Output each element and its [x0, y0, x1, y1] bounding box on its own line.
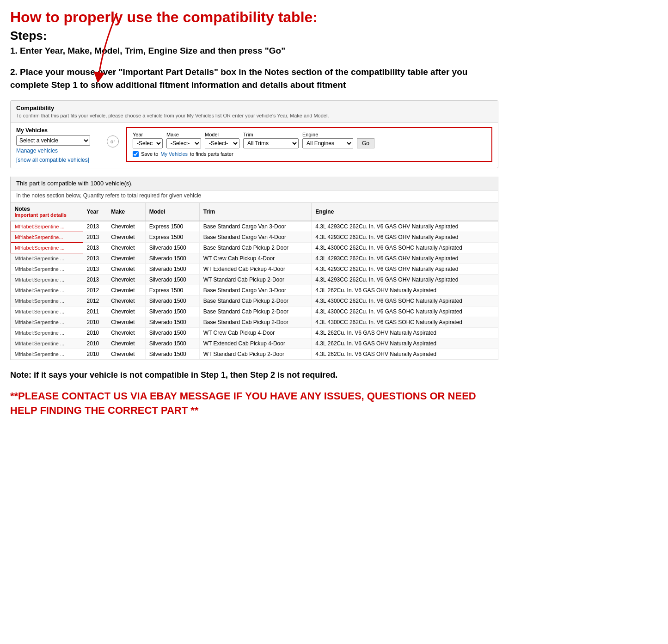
notes-cell: Mfrlabel:Serpentine ...: [11, 253, 83, 264]
steps-heading: Steps:: [10, 29, 498, 43]
model-cell: Silverado 1500: [145, 306, 199, 317]
engine-cell: 4.3L 4300CC 262Cu. In. V6 GAS SOHC Natur…: [312, 295, 498, 306]
engine-cell: 4.3L 262Cu. In. V6 GAS OHV Naturally Asp…: [312, 327, 498, 338]
go-button[interactable]: Go: [357, 138, 374, 148]
step2-text: 2. Place your mouse over "Important Part…: [10, 66, 498, 92]
notes-cell: Mfrlabel:Serpentine ...: [11, 242, 83, 253]
notes-cell: Mfrlabel:Serpentine ...: [11, 295, 83, 306]
notes-cell: Mfrlabel:Serpentine ...: [11, 221, 83, 232]
model-label: Model: [205, 132, 239, 137]
col-model: Model: [145, 203, 199, 221]
year-cell: 2012: [83, 285, 107, 295]
engine-cell: 4.3L 4300CC 262Cu. In. V6 GAS SOHC Natur…: [312, 242, 498, 253]
my-vehicles-panel: My Vehicles Select a vehicle Manage vehi…: [16, 127, 99, 163]
col-make: Make: [107, 203, 145, 221]
make-cell: Chevrolet: [107, 349, 145, 359]
notes-cell: Mfrlabel:Serpentine ...: [11, 317, 83, 327]
trim-cell: WT Standard Cab Pickup 2-Door: [199, 274, 312, 285]
engine-cell: 4.3L 262Cu. In. V6 GAS OHV Naturally Asp…: [312, 285, 498, 295]
engine-cell: 4.3L 4293CC 262Cu. In. V6 GAS OHV Natura…: [312, 253, 498, 264]
save-row: Save to My Vehicles to finds parts faste…: [133, 151, 486, 157]
engine-cell: 4.3L 4293CC 262Cu. In. V6 GAS OHV Natura…: [312, 221, 498, 232]
engine-cell: 4.3L 4293CC 262Cu. In. V6 GAS OHV Natura…: [312, 274, 498, 285]
year-cell: 2010: [83, 338, 107, 349]
col-engine: Engine: [312, 203, 498, 221]
engine-cell: 4.3L 4293CC 262Cu. In. V6 GAS OHV Natura…: [312, 232, 498, 242]
table-row: Mfrlabel:Serpentine ...2013ChevroletExpr…: [11, 221, 498, 232]
table-row: Mfrlabel:Serpentine...2013ChevroletExpre…: [11, 232, 498, 242]
main-title: How to properly use the compatibility ta…: [10, 8, 498, 26]
table-row: Mfrlabel:Serpentine ...2013ChevroletSilv…: [11, 274, 498, 285]
compat-subtitle: To confirm that this part fits your vehi…: [16, 113, 492, 118]
engine-cell: 4.3L 4293CC 262Cu. In. V6 GAS OHV Natura…: [312, 264, 498, 274]
year-cell: 2010: [83, 327, 107, 338]
trim-cell: Base Standard Cab Pickup 2-Door: [199, 295, 312, 306]
make-cell: Chevrolet: [107, 285, 145, 295]
engine-cell: 4.3L 262Cu. In. V6 GAS OHV Naturally Asp…: [312, 338, 498, 349]
trim-cell: WT Crew Cab Pickup 4-Door: [199, 253, 312, 264]
make-select[interactable]: -Select-: [166, 138, 201, 148]
table-row: Mfrlabel:Serpentine ...2010ChevroletSilv…: [11, 327, 498, 338]
col-notes-sub: Important part details: [15, 212, 79, 218]
trim-cell: Base Standard Cab Pickup 2-Door: [199, 242, 312, 253]
select-vehicle-dropdown[interactable]: Select a vehicle: [16, 135, 90, 146]
make-cell: Chevrolet: [107, 232, 145, 242]
engine-label: Engine: [302, 132, 353, 137]
model-cell: Silverado 1500: [145, 327, 199, 338]
notes-cell: Mfrlabel:Serpentine ...: [11, 306, 83, 317]
make-cell: Chevrolet: [107, 306, 145, 317]
model-cell: Silverado 1500: [145, 295, 199, 306]
compatibility-section: Compatibility To confirm that this part …: [10, 100, 498, 168]
show-all-link[interactable]: [show all compatible vehicles]: [16, 157, 99, 163]
trim-cell: WT Extended Cab Pickup 4-Door: [199, 338, 312, 349]
col-notes: Notes Important part details: [11, 203, 83, 221]
trim-cell: WT Standard Cab Pickup 2-Door: [199, 349, 312, 359]
make-cell: Chevrolet: [107, 338, 145, 349]
year-field-group: Year -Select-: [133, 132, 163, 148]
table-header-row: Notes Important part details Year Make M…: [11, 203, 498, 221]
notes-cell: Mfrlabel:Serpentine ...: [11, 349, 83, 359]
trim-select[interactable]: All Trims: [243, 138, 299, 148]
trim-cell: Base Standard Cab Pickup 2-Door: [199, 306, 312, 317]
model-cell: Express 1500: [145, 285, 199, 295]
table-row: Mfrlabel:Serpentine ...2012ChevroletSilv…: [11, 295, 498, 306]
manage-vehicles-link[interactable]: Manage vehicles: [16, 147, 99, 154]
notes-cell: Mfrlabel:Serpentine ...: [11, 264, 83, 274]
make-cell: Chevrolet: [107, 221, 145, 232]
trim-cell: WT Extended Cab Pickup 4-Door: [199, 264, 312, 274]
compat-table-wrap: Notes Important part details Year Make M…: [10, 203, 498, 360]
year-cell: 2013: [83, 274, 107, 285]
trim-cell: Base Standard Cargo Van 3-Door: [199, 285, 312, 295]
trim-field-group: Trim All Trims: [243, 132, 299, 148]
year-cell: 2010: [83, 349, 107, 359]
compat-table: Notes Important part details Year Make M…: [11, 203, 498, 360]
my-vehicles-label: My Vehicles: [16, 127, 99, 134]
compat-title: Compatibility: [16, 104, 492, 111]
save-checkbox[interactable]: [133, 151, 139, 157]
table-row: Mfrlabel:Serpentine ...2011ChevroletSilv…: [11, 306, 498, 317]
col-trim: Trim: [199, 203, 312, 221]
table-row: Mfrlabel:Serpentine ...2010ChevroletSilv…: [11, 338, 498, 349]
make-cell: Chevrolet: [107, 274, 145, 285]
make-label: Make: [166, 132, 201, 137]
notes-cell: Mfrlabel:Serpentine ...: [11, 285, 83, 295]
engine-cell: 4.3L 4300CC 262Cu. In. V6 GAS SOHC Natur…: [312, 306, 498, 317]
trim-cell: Base Standard Cargo Van 3-Door: [199, 221, 312, 232]
col-notes-label: Notes: [15, 206, 30, 212]
model-cell: Silverado 1500: [145, 264, 199, 274]
year-select[interactable]: -Select-: [133, 138, 163, 148]
make-cell: Chevrolet: [107, 317, 145, 327]
model-select[interactable]: -Select-: [205, 138, 239, 148]
trim-cell: Base Standard Cab Pickup 2-Door: [199, 317, 312, 327]
table-row: Mfrlabel:Serpentine ...2010ChevroletSilv…: [11, 317, 498, 327]
compat-header: Compatibility To confirm that this part …: [11, 101, 498, 123]
engine-cell: 4.3L 262Cu. In. V6 GAS OHV Naturally Asp…: [312, 349, 498, 359]
notes-cell: Mfrlabel:Serpentine ...: [11, 338, 83, 349]
table-row: Mfrlabel:Serpentine ...2013ChevroletSilv…: [11, 242, 498, 253]
engine-select[interactable]: All Engines: [302, 138, 353, 148]
compat-quantity-note: In the notes section below, Quantity ref…: [10, 190, 498, 203]
my-vehicles-save-link[interactable]: My Vehicles: [160, 151, 188, 157]
notes-cell: Mfrlabel:Serpentine...: [11, 232, 83, 242]
year-cell: 2011: [83, 306, 107, 317]
bottom-note: Note: if it says your vehicle is not com…: [10, 369, 498, 381]
